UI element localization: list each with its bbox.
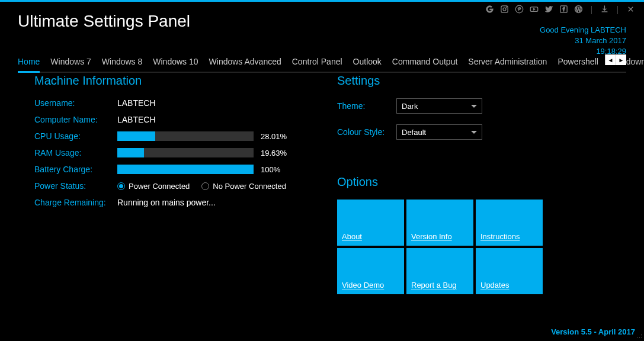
tile-instructions[interactable]: Instructions xyxy=(476,200,543,246)
window-controls xyxy=(485,5,635,15)
cpu-usage-bar xyxy=(117,131,254,141)
tile-report-bug[interactable]: Report a Bug xyxy=(406,248,473,294)
separator xyxy=(591,6,592,14)
date-text: 31 March 2017 xyxy=(540,36,626,46)
youtube-icon[interactable] xyxy=(530,5,539,15)
no-power-label: No Power Connected xyxy=(213,182,286,191)
battery-value: 100% xyxy=(261,165,280,174)
pinterest-icon[interactable] xyxy=(515,5,524,15)
colour-style-value: Default xyxy=(402,128,426,137)
username-value: LABTECH xyxy=(117,98,156,108)
cpu-usage-value: 28.01% xyxy=(261,132,287,141)
instagram-icon[interactable] xyxy=(500,5,509,15)
charge-remaining-label: Charge Remaining: xyxy=(34,198,117,207)
battery-bar xyxy=(117,165,254,174)
settings-title: Settings xyxy=(337,74,610,88)
svg-point-2 xyxy=(506,7,507,8)
no-power-radio[interactable]: No Power Connected xyxy=(201,182,286,191)
tab-server-admin[interactable]: Server Administration xyxy=(468,54,547,72)
tab-nav: ◄ ► xyxy=(605,54,626,65)
tab-next-button[interactable]: ► xyxy=(616,54,626,65)
svg-point-1 xyxy=(503,8,506,11)
tab-home[interactable]: Home xyxy=(18,54,40,73)
tab-powershell[interactable]: Powershell xyxy=(558,54,598,72)
tab-control-panel[interactable]: Control Panel xyxy=(292,54,342,72)
theme-value: Dark xyxy=(402,102,418,111)
tab-windows8[interactable]: Windows 8 xyxy=(102,54,142,72)
download-icon[interactable] xyxy=(600,5,609,15)
username-label: Username: xyxy=(34,98,117,108)
close-icon[interactable] xyxy=(626,5,635,15)
computer-name-label: Computer Name: xyxy=(34,115,117,124)
tile-updates[interactable]: Updates xyxy=(476,248,543,294)
greeting-text: Good Evening LABTECH xyxy=(540,25,626,36)
ram-usage-value: 19.63% xyxy=(261,149,287,157)
tab-command-output[interactable]: Command Output xyxy=(392,54,458,72)
power-connected-label: Power Connected xyxy=(129,182,190,191)
theme-label: Theme: xyxy=(337,101,396,111)
app-title: Ultimate Settings Panel xyxy=(18,12,190,31)
header-info: Good Evening LABTECH 31 March 2017 19:18… xyxy=(540,25,626,57)
wordpress-icon[interactable] xyxy=(574,5,583,15)
chevron-down-icon xyxy=(471,131,477,134)
theme-dropdown[interactable]: Dark xyxy=(396,98,482,114)
options-title: Options xyxy=(337,175,610,189)
cpu-usage-label: CPU Usage: xyxy=(34,131,117,141)
tile-video-demo[interactable]: Video Demo xyxy=(337,248,404,294)
footer-version: Version 5.5 - April 2017 xyxy=(551,327,635,336)
colour-style-label: Colour Style: xyxy=(337,127,396,137)
tab-outlook[interactable]: Outlook xyxy=(353,54,382,72)
colour-style-dropdown[interactable]: Default xyxy=(396,124,482,140)
tab-windows7[interactable]: Windows 7 xyxy=(50,54,91,72)
tile-version-info[interactable]: Version Info xyxy=(406,200,473,246)
machine-info-title: Machine Information xyxy=(34,74,313,88)
tab-windows10[interactable]: Windows 10 xyxy=(153,54,198,72)
google-icon[interactable] xyxy=(485,5,494,15)
computer-name-value: LABTECH xyxy=(117,115,156,124)
tab-prev-button[interactable]: ◄ xyxy=(605,54,616,65)
ram-usage-label: RAM Usage: xyxy=(34,148,117,157)
power-status-label: Power Status: xyxy=(34,181,117,191)
ram-usage-bar xyxy=(117,148,254,157)
facebook-icon[interactable] xyxy=(559,5,568,15)
twitter-icon[interactable] xyxy=(544,5,553,15)
resize-grip-icon[interactable]: ..: xyxy=(637,332,642,339)
tile-about[interactable]: About xyxy=(337,200,404,246)
tab-windows-advanced[interactable]: Windows Advanced xyxy=(209,54,281,72)
charge-remaining-value: Running on mains power... xyxy=(117,198,216,207)
battery-label: Battery Charge: xyxy=(34,165,117,174)
separator xyxy=(617,6,618,14)
power-connected-radio[interactable]: Power Connected xyxy=(117,182,190,191)
chevron-down-icon xyxy=(471,105,477,108)
top-accent-bar xyxy=(0,0,644,2)
tabs-bar: Home Windows 7 Windows 8 Windows 10 Wind… xyxy=(18,54,626,73)
